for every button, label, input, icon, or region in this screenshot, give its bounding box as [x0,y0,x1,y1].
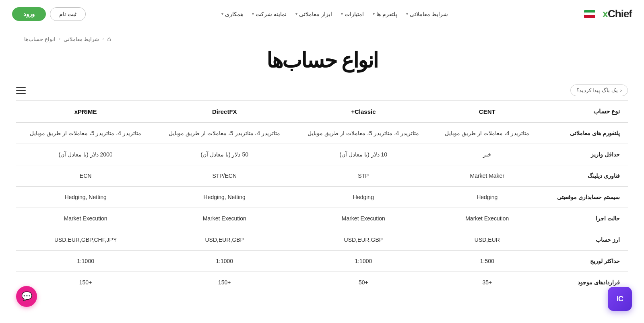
col-header-classic-plus: Classic+ [294,101,433,123]
cell-classic-2: STP [294,165,433,187]
chevron-down-icon: ▾ [373,12,375,16]
cell-directfx-6: 1:1000 [155,251,294,272]
table-row: ارز حساب USD,EUR USD,EUR,GBP USD,EUR,GBP… [16,229,628,251]
col-header-cent: CENT [433,101,541,123]
breadcrumb-sep-2: › [59,36,60,42]
register-button[interactable]: ثبت نام [50,7,86,21]
toolbar-area: ‹ یک باگ پیدا کردید؟ [0,84,644,100]
nav-platforms[interactable]: پلتفرم ها ▾ [373,11,397,17]
col-header-type: نوع حساب [541,101,628,123]
table-row: قراردادهای موجود +35 +50 +150 +150 [16,272,628,293]
brand-float-label: lC [617,295,623,303]
brand-float-button[interactable]: lC [608,287,632,311]
cell-label-6: حداکثر لوریج [541,251,628,272]
cell-directfx-3: Hedging, Netting [155,187,294,208]
cell-cent-0: متاتریدر 4، معاملات از طریق موبایل [433,123,541,144]
cell-cent-7: +35 [433,272,541,293]
chevron-down-icon: ▾ [406,12,408,16]
bug-report-arrow: ‹ [620,87,622,93]
cell-cent-3: Hedging [433,187,541,208]
table-row: حداقل واریز خیر 10 دلار (یا معادل آن) 50… [16,144,628,165]
cell-directfx-0: متاتریدر 4، متاتریدر 5، معاملات از طریق … [155,123,294,144]
breadcrumb-sep-1: › [102,36,104,42]
table-row: سیستم حسابداری موقعیتی Hedging Hedging H… [16,187,628,208]
cell-classic-3: Hedging [294,187,433,208]
cell-label-0: پلتفورم های معاملاتی [541,123,628,144]
nav-trading-tools[interactable]: ابزار معاملاتی ▾ [295,11,332,17]
cell-xprime-2: ECN [16,165,155,187]
table-row: حالت اجرا Market Execution Market Execut… [16,208,628,229]
cell-label-4: حالت اجرا [541,208,628,229]
login-button[interactable]: ورود [12,7,46,21]
chevron-down-icon: ▾ [252,12,254,16]
hamburger-line-1 [16,87,26,88]
breadcrumb-account-types: انواع حساب‌ها [24,36,56,42]
cell-directfx-1: 50 دلار (یا معادل آن) [155,144,294,165]
cell-directfx-5: USD,EUR,GBP [155,229,294,251]
chevron-down-icon: ▾ [221,12,223,16]
header-buttons: ثبت نام ورود [12,7,86,21]
breadcrumb-trading-conditions[interactable]: شرایط معاملاتی [64,36,99,42]
page-title: انواع حساب‌ها [24,48,620,72]
cell-classic-6: 1:1000 [294,251,433,272]
sidebar-toggle-button[interactable] [16,87,26,94]
cell-directfx-4: Market Execution [155,208,294,229]
hamburger-line-3 [16,93,26,94]
site-header: xChief شرایط معاملاتی ▾ پلتفرم ها ▾ امتی… [0,0,644,28]
breadcrumb: ⌂ › شرایط معاملاتی › انواع حساب‌ها [0,28,644,44]
chevron-down-icon: ▾ [341,12,343,16]
site-logo[interactable]: xChief [603,8,632,20]
cell-label-2: فناوری دیلینگ [541,165,628,187]
cell-classic-4: Market Execution [294,208,433,229]
header-right: xChief [584,8,632,20]
cell-xprime-0: متاتریدر 4، متاتریدر 5، معاملات از طریق … [16,123,155,144]
cell-cent-5: USD,EUR [433,229,541,251]
cell-label-3: سیستم حسابداری موقعیتی [541,187,628,208]
cell-cent-6: 1:500 [433,251,541,272]
cell-xprime-1: 2000 دلار (یا معادل آن) [16,144,155,165]
chevron-down-icon: ▾ [295,12,297,16]
table-header-row: نوع حساب CENT Classic+ DirectFX xPRIME [16,101,628,123]
cell-label-1: حداقل واریز [541,144,628,165]
table-row: فناوری دیلینگ Market Maker STP STP/ECN E… [16,165,628,187]
hamburger-line-2 [16,90,26,91]
logo-x: x [603,8,608,20]
cell-xprime-5: USD,EUR,GBP,CHF,JPY [16,229,155,251]
logo-chief: Chief [608,8,632,20]
cell-cent-4: Market Execution [433,208,541,229]
nav-advantages[interactable]: امتیازات ▾ [341,11,364,17]
table-row: پلتفورم های معاملاتی متاتریدر 4، معاملات… [16,123,628,144]
bug-report-button[interactable]: ‹ یک باگ پیدا کردید؟ [570,84,628,96]
home-icon[interactable]: ⌂ [107,35,111,43]
col-header-xprime: xPRIME [16,101,155,123]
bug-report-label: یک باگ پیدا کردید؟ [576,87,618,93]
cell-cent-1: خیر [433,144,541,165]
cell-classic-0: متاتریدر 4، متاتریدر 5، معاملات از طریق … [294,123,433,144]
nav-trading-conditions[interactable]: شرایط معاملاتی ▾ [406,11,448,17]
col-header-directfx: DirectFX [155,101,294,123]
table-row: حداکثر لوریج 1:500 1:1000 1:1000 1:1000 [16,251,628,272]
cell-classic-1: 10 دلار (یا معادل آن) [294,144,433,165]
cell-xprime-7: +150 [16,272,155,293]
cell-xprime-6: 1:1000 [16,251,155,272]
cell-cent-2: Market Maker [433,165,541,187]
nav-company-rep[interactable]: نماینه شرکت ▾ [252,11,287,17]
main-nav: شرایط معاملاتی ▾ پلتفرم ها ▾ امتیازات ▾ … [221,11,448,17]
chat-icon: 💬 [21,291,32,302]
accounts-table-wrapper: نوع حساب CENT Classic+ DirectFX xPRIME پ… [0,100,644,309]
nav-cooperation[interactable]: همکاری ▾ [221,11,243,17]
accounts-table: نوع حساب CENT Classic+ DirectFX xPRIME پ… [16,100,628,293]
cell-directfx-7: +150 [155,272,294,293]
cell-classic-5: USD,EUR,GBP [294,229,433,251]
cell-classic-7: +50 [294,272,433,293]
page-title-section: انواع حساب‌ها [0,44,644,84]
cell-xprime-3: Hedging, Netting [16,187,155,208]
chat-float-button[interactable]: 💬 [16,286,37,307]
language-flag[interactable] [584,10,595,18]
cell-xprime-4: Market Execution [16,208,155,229]
cell-directfx-2: STP/ECN [155,165,294,187]
cell-label-5: ارز حساب [541,229,628,251]
